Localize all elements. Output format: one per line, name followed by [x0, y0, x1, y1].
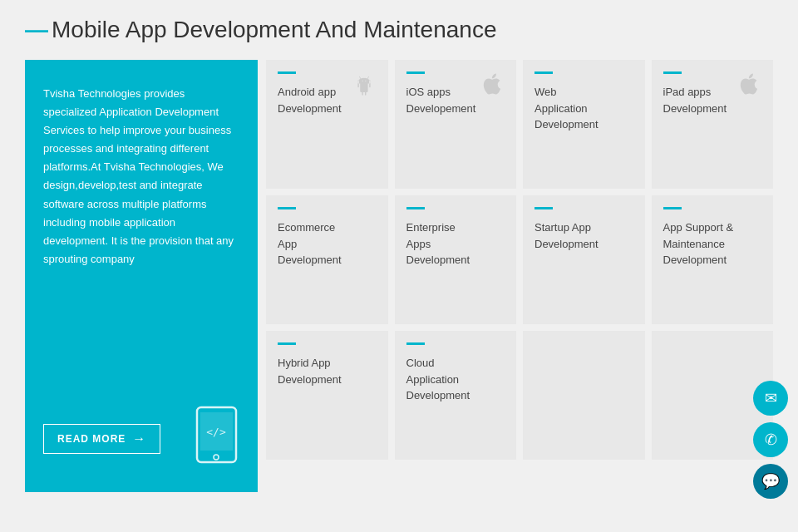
apple-icon	[480, 71, 505, 102]
title-dash: —	[25, 17, 48, 43]
grid-card-ios[interactable]: iOS apps Developement	[395, 60, 517, 189]
card-title: Ecommerce App Development	[278, 219, 342, 268]
left-panel: Tvisha Technologies provides specialized…	[25, 60, 258, 492]
chat-button[interactable]: 💬	[753, 464, 788, 499]
phone-illustration: </>	[194, 406, 239, 472]
card-title: Cloud Application Development	[406, 355, 470, 404]
card-accent-line	[406, 207, 425, 209]
service-grid: Android app DevelopmentiOS apps Develope…	[266, 60, 773, 460]
card-title: Enterprise Apps Development	[406, 219, 470, 268]
grid-card-web[interactable]: Web Application Development	[523, 60, 645, 189]
page-title: — Mobile App Development And Maintenance	[25, 17, 773, 43]
card-accent-line	[663, 207, 682, 209]
android-icon	[352, 71, 377, 102]
card-accent-line	[534, 207, 553, 209]
phone-button[interactable]: ✆	[753, 422, 788, 457]
title-text: Mobile App Development And Maintenance	[52, 17, 496, 43]
read-more-button[interactable]: READ MORE →	[43, 424, 160, 454]
svg-point-3	[214, 455, 219, 460]
arrow-icon: →	[132, 431, 146, 446]
floating-buttons: ✉ ✆ 💬	[753, 381, 788, 499]
grid-card-ecommerce[interactable]: Ecommerce App Development	[266, 195, 388, 324]
card-accent-line	[534, 71, 553, 74]
grid-card-empty	[523, 331, 645, 460]
grid-card-hybrid[interactable]: Hybrid App Development	[266, 331, 388, 460]
card-title: App Support & Maintenance Development	[663, 219, 734, 268]
card-accent-line	[278, 207, 296, 209]
grid-card-ipad[interactable]: iPad apps Development	[652, 60, 774, 189]
card-title: Android app Development	[278, 84, 342, 116]
card-title: iOS apps Developement	[406, 84, 476, 116]
email-button[interactable]: ✉	[753, 381, 788, 416]
card-title: Hybrid App Development	[278, 355, 342, 387]
grid-card-startup[interactable]: Startup App Development	[523, 195, 645, 324]
apple-icon	[736, 71, 761, 102]
card-accent-line	[663, 71, 682, 74]
left-panel-bottom: READ MORE → </>	[43, 406, 239, 472]
left-panel-description: Tvisha Technologies provides specialized…	[43, 85, 239, 268]
main-content: Tvisha Technologies provides specialized…	[25, 60, 773, 492]
grid-card-appsupport[interactable]: App Support & Maintenance Development	[652, 195, 774, 324]
card-title: Web Application Development	[534, 84, 598, 133]
page-wrapper: — Mobile App Development And Maintenance…	[0, 0, 798, 532]
card-accent-line	[278, 342, 296, 345]
read-more-label: READ MORE	[57, 433, 126, 445]
card-accent-line	[278, 71, 296, 74]
card-accent-line	[406, 71, 425, 74]
svg-text:</>: </>	[206, 426, 226, 438]
grid-card-cloud[interactable]: Cloud Application Development	[395, 331, 517, 460]
grid-card-android[interactable]: Android app Development	[266, 60, 388, 189]
card-title: Startup App Development	[534, 219, 598, 252]
card-title: iPad apps Development	[663, 84, 727, 116]
card-accent-line	[406, 342, 425, 345]
grid-card-enterprise[interactable]: Enterprise Apps Development	[395, 195, 517, 324]
